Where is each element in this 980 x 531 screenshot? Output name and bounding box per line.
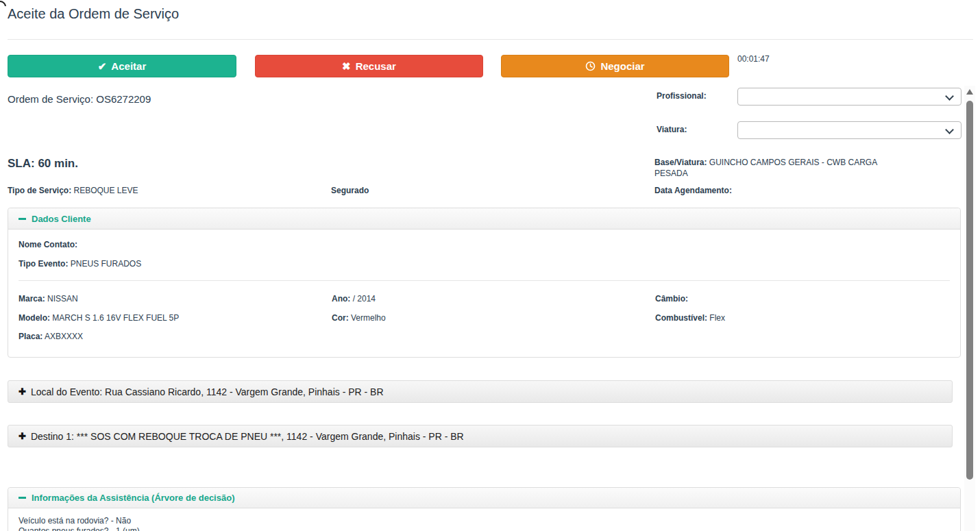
placa-label: Placa: xyxy=(19,332,42,341)
data-agendamento: Data Agendamento: xyxy=(654,186,732,195)
assistencia-header[interactable]: Informações da Assistência (Árvore de de… xyxy=(8,488,960,508)
assistencia-body: Veículo está na rodovia? - Não Quantos p… xyxy=(8,508,960,531)
cambio-label: Câmbio: xyxy=(655,294,688,304)
refuse-button-label: Recusar xyxy=(356,60,396,72)
viatura-select[interactable] xyxy=(737,121,961,139)
sla-text: SLA: 60 min. xyxy=(8,157,78,171)
section-divider xyxy=(19,280,950,281)
cambio: Câmbio: xyxy=(655,294,688,304)
local-evento-bar[interactable]: ✚ Local do Evento: Rua Cassiano Ricardo,… xyxy=(8,380,953,403)
tipo-servico-label: Tipo de Serviço: xyxy=(8,186,71,195)
marca: Marca: NISSAN xyxy=(19,294,78,304)
marca-value: NISSAN xyxy=(47,294,78,304)
ano-label: Ano: xyxy=(332,294,350,304)
collapse-minus-icon xyxy=(19,218,26,220)
assistencia-title: Informações da Assistência (Árvore de de… xyxy=(32,493,234,503)
modelo: Modelo: MARCH S 1.6 16V FLEX FUEL 5P xyxy=(19,313,179,323)
modelo-value: MARCH S 1.6 16V FLEX FUEL 5P xyxy=(52,313,179,323)
modelo-label: Modelo: xyxy=(19,313,50,323)
marca-label: Marca: xyxy=(19,294,45,304)
cor-label: Cor: xyxy=(332,313,349,323)
destino1-text: Destino 1: *** SOS COM REBOQUE TROCA DE … xyxy=(31,431,464,442)
accept-button[interactable]: ✔ Aceitar xyxy=(8,55,236,77)
local-evento-text: Local do Evento: Rua Cassiano Ricardo, 1… xyxy=(31,386,384,397)
profissional-select-value xyxy=(738,88,961,92)
ano-value: / 2014 xyxy=(353,294,376,304)
viatura-label: Viatura: xyxy=(657,125,687,134)
assistencia-line: Veículo está na rodovia? - Não xyxy=(19,516,950,526)
order-number: Ordem de Serviço: OS6272209 xyxy=(8,93,151,105)
expand-plus-icon: ✚ xyxy=(19,432,26,441)
scroll-up-arrow-icon[interactable] xyxy=(966,89,973,95)
tipo-evento-label: Tipo Evento: xyxy=(19,259,68,269)
profissional-label: Profissional: xyxy=(657,91,707,101)
title-divider xyxy=(8,39,973,40)
x-icon: ✖ xyxy=(342,60,351,73)
refuse-button[interactable]: ✖ Recusar xyxy=(255,55,483,77)
viatura-select-value xyxy=(738,122,961,125)
clock-icon xyxy=(585,61,596,71)
scrollbar-thumb[interactable] xyxy=(966,101,973,480)
combustivel: Combustível: Flex xyxy=(655,313,725,323)
vertical-scrollbar[interactable] xyxy=(964,86,975,531)
collapse-minus-icon xyxy=(19,497,26,499)
check-icon: ✔ xyxy=(98,60,107,73)
assistencia-panel: Informações da Assistência (Árvore de de… xyxy=(8,487,961,531)
nome-contato-label: Nome Contato: xyxy=(19,240,77,249)
chevron-down-icon xyxy=(945,92,954,101)
negotiate-button[interactable]: Negociar xyxy=(501,55,729,77)
base-viatura-label: Base/Viatura: xyxy=(654,158,707,167)
nome-contato: Nome Contato: xyxy=(19,240,77,249)
expand-plus-icon: ✚ xyxy=(19,387,26,396)
placa-value: AXBXXXX xyxy=(45,332,83,341)
cor-value: Vermelho xyxy=(351,313,386,323)
dados-cliente-header[interactable]: Dados Cliente xyxy=(8,208,960,230)
base-viatura: Base/Viatura: GUINCHO CAMPOS GERAIS - CW… xyxy=(654,157,891,179)
cor: Cor: Vermelho xyxy=(332,313,386,323)
negotiate-button-label: Negociar xyxy=(600,60,644,72)
chevron-down-icon xyxy=(945,125,954,134)
data-agendamento-label: Data Agendamento: xyxy=(654,186,732,195)
dados-cliente-title: Dados Cliente xyxy=(32,214,91,224)
combustivel-value: Flex xyxy=(709,313,725,323)
profissional-select[interactable] xyxy=(737,88,961,106)
countdown-timer: 00:01:47 xyxy=(737,54,770,64)
tipo-evento-value: PNEUS FURADOS xyxy=(71,259,141,269)
accept-button-label: Aceitar xyxy=(111,60,146,72)
tipo-servico: Tipo de Serviço: REBOQUE LEVE xyxy=(8,186,138,195)
tipo-servico-value: REBOQUE LEVE xyxy=(73,186,138,195)
tipo-evento: Tipo Evento: PNEUS FURADOS xyxy=(19,259,141,269)
assistencia-line: Quantos pneus furados? - 1 (um) xyxy=(19,526,950,531)
segurado-label: Segurado xyxy=(331,186,369,195)
page-title: Aceite da Ordem de Serviço xyxy=(8,6,179,22)
placa: Placa: AXBXXXX xyxy=(19,332,83,341)
combustivel-label: Combustível: xyxy=(655,313,707,323)
destino1-bar[interactable]: ✚ Destino 1: *** SOS COM REBOQUE TROCA D… xyxy=(8,425,953,447)
ano: Ano: / 2014 xyxy=(332,294,376,304)
dados-cliente-panel: Dados Cliente Nome Contato: Tipo Evento:… xyxy=(8,208,961,358)
